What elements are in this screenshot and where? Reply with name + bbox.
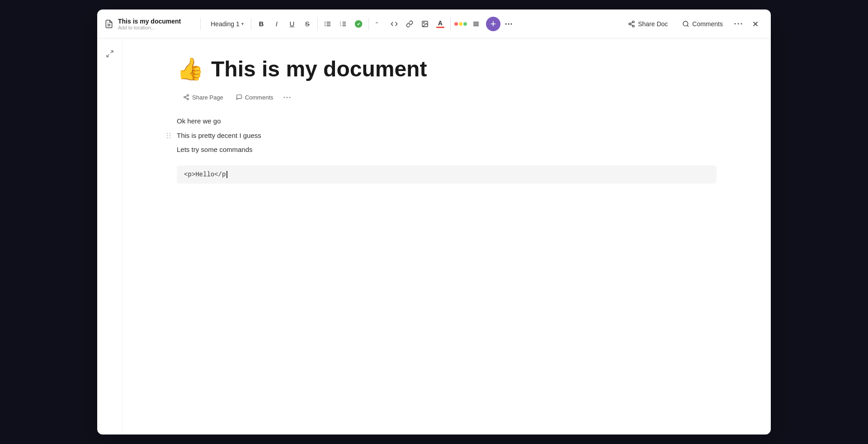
modal-body: 👍 This is my document Share Page: [97, 38, 771, 435]
svg-line-38: [107, 55, 109, 57]
code-content: <p>Hello</p: [184, 171, 226, 178]
italic-button[interactable]: I: [269, 17, 284, 31]
document-content: 👍 This is my document Share Page: [123, 38, 771, 435]
document-heading: 👍 This is my document: [177, 57, 717, 82]
collab-dot-1: [454, 22, 458, 26]
document-modal: This is my document Add to location... H…: [97, 9, 771, 435]
blockquote-button[interactable]: ": [372, 17, 386, 31]
color-a-label: A: [438, 20, 443, 26]
toolbar-divider-3: [317, 18, 318, 30]
page-actions-bar: Share Page Comments: [177, 91, 717, 104]
heading-label: Heading 1: [211, 20, 240, 28]
share-doc-label: Share Doc: [638, 20, 668, 28]
doc-subtitle: Add to location...: [118, 25, 181, 30]
svg-point-48: [170, 133, 170, 134]
heading-selector[interactable]: Heading 1 ▾: [206, 19, 248, 29]
text-color-button[interactable]: A: [433, 17, 448, 31]
toolbar-divider: [200, 18, 201, 30]
color-bar: [436, 27, 444, 28]
svg-line-29: [631, 22, 633, 24]
chevron-down-icon: ▾: [241, 21, 244, 26]
doc-file-icon: [104, 19, 113, 28]
link-button[interactable]: [402, 17, 417, 31]
svg-line-43: [185, 96, 187, 97]
svg-point-32: [735, 23, 736, 24]
drag-row-2: This is pretty decent I guess: [177, 129, 717, 143]
page-more-button[interactable]: [281, 91, 293, 104]
inline-code-button[interactable]: [387, 17, 401, 31]
toolbar-divider-2: [251, 18, 251, 30]
close-button[interactable]: [747, 16, 764, 32]
collab-dot-2: [459, 22, 462, 26]
svg-point-7: [325, 25, 326, 26]
svg-point-25: [632, 21, 634, 23]
add-block-button[interactable]: +: [486, 17, 500, 31]
sidebar: [97, 38, 123, 435]
svg-point-26: [629, 23, 631, 25]
share-page-button[interactable]: Share Page: [178, 92, 229, 103]
checklist-button[interactable]: [351, 17, 366, 31]
svg-point-39: [187, 94, 189, 96]
collaboration-button[interactable]: [453, 17, 468, 31]
page-comments-button[interactable]: Comments: [231, 92, 279, 103]
sidebar-expand-icon[interactable]: [102, 46, 118, 62]
svg-point-45: [286, 97, 288, 98]
comments-label: Comments: [692, 20, 723, 28]
svg-point-6: [325, 24, 326, 24]
numbered-list-button[interactable]: 1 2 3: [336, 17, 350, 31]
svg-line-28: [631, 24, 633, 26]
bullet-list-button[interactable]: [321, 17, 335, 31]
heading-emoji: 👍: [177, 57, 204, 82]
svg-text:": ": [375, 20, 377, 27]
toolbar: This is my document Add to location... H…: [97, 9, 771, 38]
toolbar-divider-4: [368, 18, 369, 30]
collab-dot-3: [463, 22, 467, 26]
toolbar-divider-5: [450, 18, 451, 30]
cursor: [226, 171, 227, 178]
svg-point-24: [510, 23, 512, 24]
toolbar-formatting: Heading 1 ▾ B I U S: [206, 17, 618, 31]
media-button[interactable]: [418, 17, 432, 31]
underline-button[interactable]: U: [285, 17, 299, 31]
bold-button[interactable]: B: [254, 17, 269, 31]
toolbar-more-button[interactable]: [501, 17, 516, 31]
code-block: <p>Hello</p: [177, 165, 717, 184]
align-button[interactable]: [469, 17, 483, 31]
strikethrough-button[interactable]: S: [300, 17, 315, 31]
svg-text:3: 3: [340, 24, 341, 27]
svg-line-37: [110, 51, 113, 53]
svg-line-42: [185, 98, 187, 99]
svg-point-27: [632, 25, 634, 27]
document-body: Ok here we go This: [177, 114, 717, 184]
svg-point-40: [184, 96, 186, 98]
paragraph-3: Lets try some commands: [177, 143, 717, 156]
doc-title: This is my document: [118, 18, 181, 25]
svg-point-5: [325, 22, 326, 23]
more-options-button[interactable]: [731, 17, 745, 31]
svg-line-31: [687, 25, 689, 27]
svg-point-41: [187, 98, 189, 100]
doc-title-group: This is my document Add to location...: [118, 18, 181, 30]
svg-point-22: [505, 23, 506, 24]
toolbar-right: Share Doc Comments: [622, 16, 764, 32]
modal-overlay: This is my document Add to location... H…: [0, 0, 868, 444]
drag-handle[interactable]: [166, 132, 171, 139]
doc-info: This is my document Add to location...: [104, 18, 195, 30]
svg-point-49: [167, 135, 168, 136]
svg-point-23: [508, 23, 509, 24]
paragraph-1: Ok here we go: [177, 114, 717, 128]
collab-dots: [454, 22, 467, 26]
comments-button[interactable]: Comments: [676, 18, 729, 30]
svg-point-34: [741, 23, 742, 24]
svg-point-50: [170, 135, 170, 136]
svg-point-44: [283, 97, 285, 98]
svg-point-33: [738, 23, 739, 24]
svg-point-17: [423, 22, 424, 23]
svg-point-52: [170, 137, 170, 138]
share-doc-button[interactable]: Share Doc: [622, 18, 674, 30]
svg-point-30: [683, 21, 688, 26]
svg-point-46: [289, 97, 290, 98]
document-title: This is my document: [211, 57, 427, 81]
page-comments-label: Comments: [245, 94, 274, 101]
svg-point-47: [167, 133, 168, 134]
